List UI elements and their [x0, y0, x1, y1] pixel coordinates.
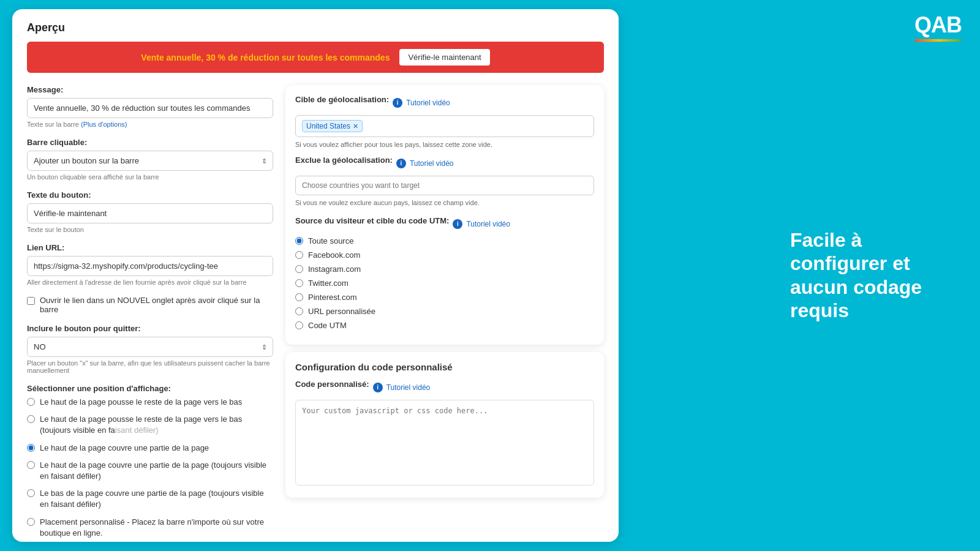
quit-button-hint: Placer un bouton "x" sur la barre, afin …	[27, 359, 273, 374]
position-radio-input-3[interactable]	[27, 444, 35, 452]
custom-code-info-icon[interactable]: i	[373, 383, 383, 392]
utm-radio-input-6[interactable]	[295, 307, 303, 315]
clickable-bar-label: Barre cliquable:	[27, 138, 273, 147]
button-text-hint: Texte sur le bouton	[27, 226, 273, 233]
utm-radio-label-4: Twitter.com	[308, 279, 349, 288]
utm-radio-input-4[interactable]	[295, 279, 303, 287]
clickable-bar-hint: Un bouton cliquable sera affiché sur la …	[27, 173, 273, 181]
url-input[interactable]	[27, 256, 273, 276]
utm-radio-input-1[interactable]	[295, 237, 303, 245]
utm-radio-label-3: Instagram.com	[308, 264, 361, 274]
utm-radio-input-3[interactable]	[295, 265, 303, 273]
utm-radio-3: Instagram.com	[295, 264, 594, 274]
geo-target-label: Cible de géolocalisation:	[295, 95, 389, 104]
utm-header: Source du visiteur et cible du code UTM:…	[295, 216, 594, 231]
logo-underline	[914, 39, 962, 42]
exclude-hint: Si vous ne voulez exclure aucun pays, la…	[295, 199, 594, 206]
clickable-bar-select[interactable]: Ajouter un bouton sur la barre	[27, 151, 273, 171]
quit-button-select-wrapper: NO ⇕	[27, 337, 273, 357]
exclude-label: Exclue la géolocalisation:	[295, 156, 393, 165]
position-radio-label-6: Placement personnalisé - Placez la barre…	[40, 517, 273, 539]
utm-radio-label-5: Pinterest.com	[308, 293, 356, 302]
url-label: Lien URL:	[27, 243, 273, 252]
open-new-tab-label[interactable]: Ouvrir le lien dans un NOUVEL onglet apr…	[40, 296, 273, 314]
position-radio-input-6[interactable]	[27, 518, 35, 526]
side-text-content: Facile à configurer et aucun codage requ…	[790, 229, 922, 321]
position-radio-label-5: Le bas de la page couvre une partie de l…	[40, 488, 273, 510]
banner-button[interactable]: Vérifie-le maintenant	[399, 49, 489, 66]
utm-radio-5: Pinterest.com	[295, 293, 594, 302]
banner-text: Vente annuelle, 30 % de réduction sur to…	[141, 53, 390, 62]
utm-radio-6: URL personnalisée	[295, 307, 594, 316]
message-input[interactable]	[27, 98, 273, 118]
clickable-bar-field-group: Barre cliquable: Ajouter un bouton sur l…	[27, 138, 273, 181]
button-text-field-group: Texte du bouton: Texte sur le bouton	[27, 190, 273, 233]
position-radio-label-1: Le haut de la page pousse le reste de la…	[40, 397, 242, 408]
utm-radio-1: Toute source	[295, 236, 594, 246]
card-title: Aperçu	[27, 21, 604, 34]
geo-target-tutorial-link[interactable]: Tutoriel vidéo	[406, 99, 450, 107]
exclude-tutorial-link[interactable]: Tutoriel vidéo	[410, 159, 454, 168]
position-radio-label-2: Le haut de la page pousse le reste de la…	[40, 414, 273, 436]
tag-close-icon[interactable]: ✕	[353, 122, 358, 130]
geo-hint: Si vous voulez afficher pour tous les pa…	[295, 141, 594, 148]
position-radio-input-4[interactable]	[27, 461, 35, 469]
main-card: Aperçu Vente annuelle, 30 % de réduction…	[12, 9, 619, 542]
message-field-group: Message: Texte sur la barre (Plus d'opti…	[27, 85, 273, 128]
custom-code-header: Code personnalisé: i Tutoriel vidéo	[295, 380, 594, 395]
exclude-header: Exclue la géolocalisation: i Tutoriel vi…	[295, 156, 594, 171]
utm-label: Source du visiteur et cible du code UTM:	[295, 216, 449, 225]
exclude-countries-input[interactable]	[295, 176, 594, 195]
utm-radio-label-6: URL personnalisée	[308, 307, 375, 316]
qab-logo: QAB	[914, 12, 962, 42]
position-label: Sélectionner une position d'affichage:	[27, 384, 273, 393]
utm-radio-7: Code UTM	[295, 321, 594, 330]
quit-button-label: Inclure le bouton pour quitter:	[27, 324, 273, 333]
button-text-input[interactable]	[27, 203, 273, 223]
message-hint: Texte sur la barre (Plus d'options)	[27, 121, 273, 128]
position-radio-label-3: Le haut de la page couvre une partie de …	[40, 443, 209, 454]
utm-radio-2: Facebook.com	[295, 250, 594, 260]
position-radio-input-5[interactable]	[27, 489, 35, 497]
position-radio-4: Le haut de la page couvre une partie de …	[27, 460, 273, 482]
utm-section: Source du visiteur et cible du code UTM:…	[295, 216, 594, 330]
geo-tag-input[interactable]: United States ✕	[295, 115, 594, 137]
utm-radio-input-2[interactable]	[295, 251, 303, 259]
country-tag-text: United States	[306, 122, 350, 130]
position-radio-1: Le haut de la page pousse le reste de la…	[27, 397, 273, 408]
position-radio-2: Le haut de la page pousse le reste de la…	[27, 414, 273, 436]
utm-info-icon[interactable]: i	[453, 219, 462, 229]
form-layout: Message: Texte sur la barre (Plus d'opti…	[27, 85, 604, 542]
position-radio-input-1[interactable]	[27, 398, 35, 406]
exclude-section: Exclue la géolocalisation: i Tutoriel vi…	[295, 156, 594, 206]
geo-target-info-icon[interactable]: i	[393, 98, 402, 108]
left-column: Message: Texte sur la barre (Plus d'opti…	[27, 85, 273, 542]
position-radio-6: Placement personnalisé - Placez la barre…	[27, 517, 273, 539]
utm-tutorial-link[interactable]: Tutoriel vidéo	[466, 220, 510, 228]
open-new-tab-checkbox[interactable]	[27, 297, 35, 305]
position-section: Sélectionner une position d'affichage: L…	[27, 384, 273, 539]
quit-button-field-group: Inclure le bouton pour quitter: NO ⇕ Pla…	[27, 324, 273, 374]
quit-button-select[interactable]: NO	[27, 337, 273, 357]
utm-radio-4: Twitter.com	[295, 279, 594, 288]
custom-code-textarea[interactable]	[295, 400, 594, 485]
position-radio-input-2[interactable]	[27, 415, 35, 423]
message-label: Message:	[27, 85, 273, 94]
clickable-bar-select-wrapper: Ajouter un bouton sur la barre ⇕	[27, 151, 273, 171]
custom-code-label: Code personnalisé:	[295, 380, 369, 389]
utm-radio-input-5[interactable]	[295, 293, 303, 301]
position-radio-5: Le bas de la page couvre une partie de l…	[27, 488, 273, 510]
exclude-info-icon[interactable]: i	[396, 159, 406, 168]
geo-target-panel: Cible de géolocalisation: i Tutoriel vid…	[285, 85, 604, 345]
utm-radio-input-7[interactable]	[295, 321, 303, 329]
url-field-group: Lien URL: Aller directement à l'adresse …	[27, 243, 273, 286]
custom-code-panel: Configuration du code personnalisé Code …	[285, 352, 604, 498]
utm-radio-label-7: Code UTM	[308, 321, 347, 330]
url-hint: Aller directement à l'adresse de lien fo…	[27, 279, 273, 286]
custom-code-tutorial-link[interactable]: Tutoriel vidéo	[386, 383, 431, 392]
position-radio-label-4: Le haut de la page couvre une partie de …	[40, 460, 273, 482]
more-options-link[interactable]: (Plus d'options)	[81, 121, 127, 128]
utm-radio-label-2: Facebook.com	[308, 250, 360, 260]
custom-code-title: Configuration du code personnalisé	[295, 362, 594, 372]
geo-target-header: Cible de géolocalisation: i Tutoriel vid…	[295, 95, 594, 110]
